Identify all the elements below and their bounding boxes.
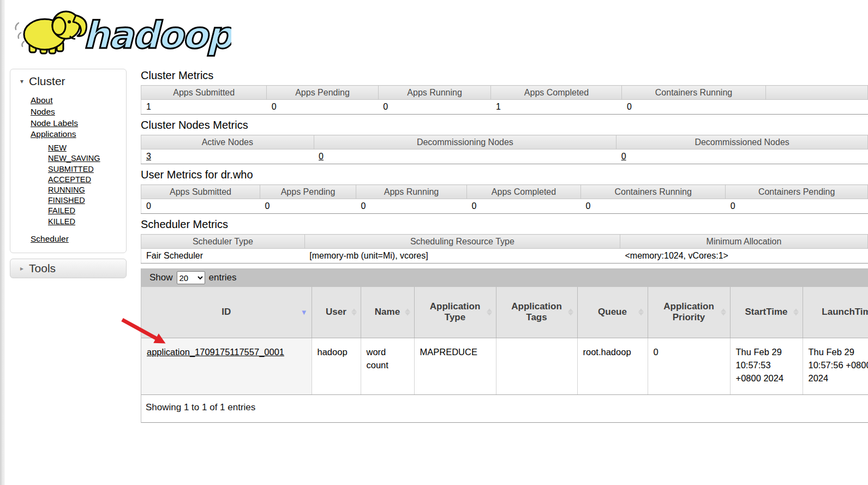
app-state-running[interactable]: RUNNING <box>10 185 126 195</box>
cluster-nav-header[interactable]: ▾ Cluster <box>10 75 126 88</box>
show-entries-bar: Show 20 entries <box>141 268 868 287</box>
app-state-finished[interactable]: FINISHED <box>10 195 126 206</box>
column-header: Apps Pending <box>260 185 356 199</box>
column-header-name[interactable]: Name <box>361 287 414 338</box>
column-header: Apps Completed <box>491 86 622 100</box>
yarn-resourcemanager-page: hadoop ▾ Cluster About Nodes Node Labels… <box>4 0 868 423</box>
column-header: Apps Pending <box>267 86 378 100</box>
column-header: Containers Pending <box>726 185 868 199</box>
application-id-link[interactable]: application_1709175117557_0001 <box>147 347 284 357</box>
show-label: Show <box>149 272 173 283</box>
hadoop-logo: hadoop <box>13 4 868 57</box>
column-header: Scheduler Type <box>141 235 305 249</box>
application-tags-cell <box>496 338 577 394</box>
column-header: Active Nodes <box>141 135 314 149</box>
cluster-nav-title: Cluster <box>29 75 65 88</box>
applications-header-row: ID ▼ User Name Application Type <box>141 287 868 338</box>
app-state-killed[interactable]: KILLED <box>10 217 126 227</box>
cluster-nav-box: ▾ Cluster About Nodes Node Labels Applic… <box>10 69 127 253</box>
hadoop-wordmark: hadoop <box>83 14 231 57</box>
column-header: Apps Submitted <box>141 185 260 199</box>
column-header-user[interactable]: User <box>312 287 361 338</box>
tools-nav-title: Tools <box>29 262 56 275</box>
column-header-application-type[interactable]: Application Type <box>414 287 496 338</box>
user-metrics-table: Apps Submitted Apps Pending Apps Running… <box>141 184 868 214</box>
sidebar-item-node-labels[interactable]: Node Labels <box>10 118 126 129</box>
window-edge <box>0 0 4 485</box>
hadoop-elephant-logo-icon: hadoop <box>13 4 231 57</box>
table-info-text: Showing 1 to 1 of 1 entries <box>141 394 868 423</box>
page-size-select[interactable]: 20 <box>177 271 205 284</box>
cluster-metrics-title: Cluster Metrics <box>141 69 868 82</box>
decommissioned-nodes-link[interactable]: 0 <box>621 152 626 161</box>
column-header: Containers Running <box>581 185 726 199</box>
active-nodes-link[interactable]: 3 <box>146 152 151 161</box>
user-cell: hadoop <box>312 338 361 394</box>
column-header-application-tags[interactable]: Application Tags <box>496 287 577 338</box>
column-header: Scheduling Resource Type <box>304 235 620 249</box>
scheduling-resource-type-value: [memory-mb (unit=Mi), vcores] <box>304 249 620 264</box>
apps-pending-value: 0 <box>267 100 378 115</box>
applications-table: ID ▼ User Name Application Type <box>141 287 868 394</box>
cluster-metrics-table: Apps Submitted Apps Pending Apps Running… <box>141 85 868 115</box>
apps-submitted-value: 1 <box>141 100 267 115</box>
main-content: Cluster Metrics Apps Submitted Apps Pend… <box>141 69 868 423</box>
sort-both-icon <box>405 309 410 316</box>
column-header-application-priority[interactable]: Application Priority <box>648 287 730 338</box>
app-state-failed[interactable]: FAILED <box>10 206 126 216</box>
table-row: 3 0 0 <box>141 149 868 164</box>
column-header-queue[interactable]: Queue <box>577 287 648 338</box>
app-state-new-saving[interactable]: NEW_SAVING <box>10 153 126 164</box>
sidebar: ▾ Cluster About Nodes Node Labels Applic… <box>10 69 127 278</box>
launchtime-cell: Thu Feb 29 10:57:56 +0800 2024 <box>803 338 868 394</box>
column-header: Apps Submitted <box>141 86 267 100</box>
apps-completed-value: 1 <box>491 100 622 115</box>
column-header: Apps Completed <box>466 185 580 199</box>
app-state-new[interactable]: NEW <box>10 143 126 153</box>
sort-both-icon <box>568 309 573 316</box>
containers-running-value: 0 <box>622 100 765 115</box>
app-state-submitted[interactable]: SUBMITTED <box>10 164 126 175</box>
sort-both-icon <box>351 309 357 316</box>
scheduler-type-value: Fair Scheduler <box>141 249 305 264</box>
app-state-accepted[interactable]: ACCEPTED <box>10 175 126 185</box>
expand-triangle-icon: ▸ <box>20 265 23 272</box>
application-priority-cell: 0 <box>648 338 730 394</box>
column-header-id[interactable]: ID ▼ <box>141 287 312 338</box>
decommissioning-nodes-link[interactable]: 0 <box>319 152 324 161</box>
sort-both-icon <box>793 309 799 316</box>
user-metrics-title: User Metrics for dr.who <box>141 168 868 182</box>
column-header: Minimum Allocation <box>620 235 867 249</box>
column-header: Decommissioning Nodes <box>314 135 616 149</box>
sort-desc-icon: ▼ <box>301 309 308 316</box>
collapse-triangle-icon: ▾ <box>20 78 23 85</box>
entries-label: entries <box>209 272 237 283</box>
sidebar-item-nodes[interactable]: Nodes <box>10 106 126 118</box>
sort-both-icon <box>721 309 726 316</box>
sidebar-item-about[interactable]: About <box>10 95 126 106</box>
sidebar-item-applications[interactable]: Applications <box>10 129 126 140</box>
application-id-cell: application_1709175117557_0001 <box>141 338 312 394</box>
application-type-cell: MAPREDUCE <box>414 338 496 394</box>
sidebar-item-scheduler[interactable]: Scheduler <box>10 234 126 244</box>
tools-nav-header[interactable]: ▸ Tools <box>10 259 127 278</box>
minimum-allocation-value: <memory:1024, vCores:1> <box>620 249 867 264</box>
cluster-nodes-metrics-table: Active Nodes Decommissioning Nodes Decom… <box>141 135 868 164</box>
application-row: application_1709175117557_0001 hadoop wo… <box>141 338 868 394</box>
sort-both-icon <box>638 309 644 316</box>
column-header: Decommissioned Nodes <box>616 135 868 149</box>
table-row: Fair Scheduler [memory-mb (unit=Mi), vco… <box>141 249 868 264</box>
column-header: Apps Running <box>378 86 491 100</box>
starttime-cell: Thu Feb 29 10:57:53 +0800 2024 <box>730 338 803 394</box>
sort-both-icon <box>487 309 492 316</box>
column-header: Containers Running <box>622 86 765 100</box>
name-cell: word count <box>361 338 414 394</box>
column-header-launchtime[interactable]: LaunchTime <box>803 287 868 338</box>
column-header <box>765 86 867 100</box>
scheduler-metrics-title: Scheduler Metrics <box>141 218 868 231</box>
queue-cell: root.hadoop <box>577 338 648 394</box>
table-row: 0 0 0 0 0 0 <box>141 199 868 214</box>
column-header-starttime[interactable]: StartTime <box>730 287 803 338</box>
applications-table-wrapper: Show 20 entries ID ▼ User <box>141 268 868 423</box>
scheduler-metrics-table: Scheduler Type Scheduling Resource Type … <box>141 234 868 264</box>
